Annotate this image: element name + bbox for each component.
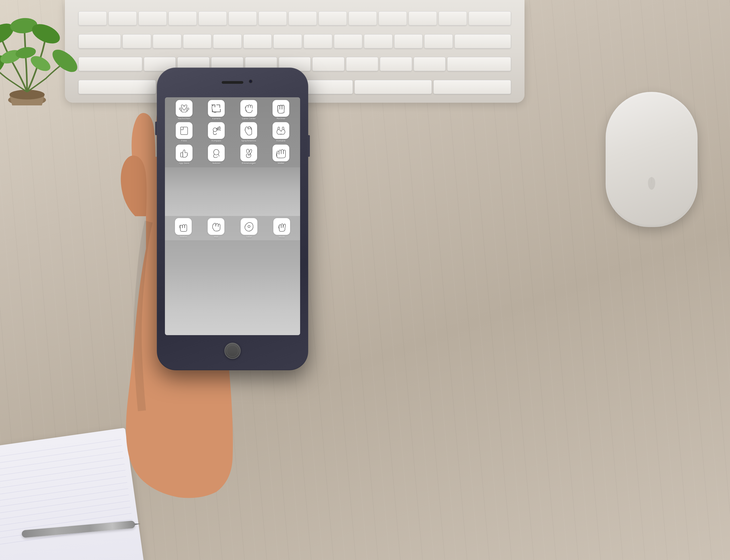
- key: [153, 34, 181, 48]
- plant-decoration: [0, 0, 108, 119]
- key: [183, 34, 212, 48]
- key: [288, 11, 317, 25]
- app-label-erinnerungen: Erinnerungen: [242, 162, 255, 165]
- app-label-fotos: Fotos: [181, 140, 187, 142]
- key: [228, 11, 257, 25]
- screen-spacer: [165, 167, 300, 216]
- key: [168, 11, 197, 25]
- app-sprachmemos[interactable]: Sprachmemos: [233, 122, 264, 142]
- key: [318, 11, 347, 25]
- key: [303, 34, 332, 48]
- key: [213, 34, 242, 48]
- app-nachrichten[interactable]: Nachrichten: [169, 100, 199, 120]
- phone-camera: [249, 79, 252, 83]
- app-label-kontakte: Kontakte: [276, 140, 285, 142]
- key: [198, 11, 227, 25]
- dock-app-telefon[interactable]: Telefon: [168, 218, 199, 238]
- dock-app-musik[interactable]: Musik: [266, 218, 298, 238]
- app-label-notizen: Notizen: [212, 162, 220, 165]
- app-icon-app-store: [176, 145, 192, 161]
- key: [122, 34, 151, 48]
- app-label-wetter: Wetter: [278, 162, 284, 165]
- dock-app-mail[interactable]: Mail: [201, 218, 232, 238]
- power-button: [308, 135, 310, 157]
- app-icon-wetter: [272, 145, 289, 161]
- home-button[interactable]: [224, 343, 241, 359]
- app-label-kompass: Kompass: [212, 140, 221, 142]
- key: [414, 57, 446, 71]
- apple-mouse-logo: [641, 173, 662, 195]
- app-icon-telefon: [175, 218, 192, 235]
- phone-body: Nachrichten: [157, 68, 308, 370]
- phone[interactable]: Nachrichten: [157, 68, 308, 370]
- app-icon-kontakte: [272, 122, 289, 139]
- key: [409, 11, 437, 25]
- key: [138, 11, 167, 25]
- app-icon-notizen: [208, 145, 225, 161]
- key: [394, 34, 423, 48]
- app-label-kamera: Kamera: [212, 118, 220, 120]
- key: [108, 11, 137, 25]
- key: [439, 11, 467, 25]
- apps-grid: Nachrichten: [165, 97, 300, 167]
- app-icon-erinnerungen: [240, 145, 257, 161]
- key: [424, 34, 453, 48]
- app-icon-rechner: [272, 100, 289, 117]
- key: [455, 34, 511, 48]
- app-label-sprachmemos: Sprachmemos: [241, 140, 256, 142]
- key: [243, 34, 272, 48]
- app-label-mail: Mail: [214, 236, 218, 238]
- app-label-musik: Musik: [279, 236, 285, 238]
- app-app-store[interactable]: App Store: [169, 145, 199, 165]
- app-icon-fotos: [176, 122, 192, 139]
- key: [258, 11, 287, 25]
- app-label-rechner: Rechner: [276, 118, 285, 120]
- app-label-game-center: Game Center: [242, 118, 255, 120]
- key: [447, 57, 511, 71]
- key: [348, 11, 377, 25]
- app-label-app-store: App Store: [179, 162, 189, 165]
- app-wetter[interactable]: Wetter: [266, 145, 296, 165]
- app-game-center[interactable]: Game Center: [233, 100, 264, 120]
- app-icon-mail: [208, 218, 224, 235]
- app-fotos[interactable]: Fotos: [169, 122, 199, 142]
- key: [346, 57, 378, 71]
- app-icon-kamera: [208, 100, 225, 117]
- app-kamera[interactable]: Kamera: [201, 100, 232, 120]
- hand-phone-group: Nachrichten: [114, 54, 335, 514]
- svg-point-14: [213, 149, 219, 155]
- app-kontakte[interactable]: Kontakte: [266, 122, 296, 142]
- svg-rect-13: [181, 153, 183, 157]
- app-erinnerungen[interactable]: Erinnerungen: [233, 145, 264, 165]
- app-icon-sprachmemos: [240, 122, 257, 139]
- phone-speaker: [222, 81, 243, 84]
- mouse: [606, 92, 698, 227]
- key: [469, 11, 511, 25]
- key: [380, 57, 412, 71]
- dock-app-safari[interactable]: Safari: [233, 218, 265, 238]
- app-icon-musik: [273, 218, 290, 235]
- key: [354, 80, 432, 94]
- app-icon-nachrichten: [176, 100, 192, 117]
- app-icon-safari: [241, 218, 257, 235]
- app-label-nachrichten: Nachrichten: [178, 118, 190, 120]
- volume-button: [155, 122, 157, 135]
- phone-screen: Nachrichten: [165, 97, 300, 335]
- app-icon-game-center: [240, 100, 257, 117]
- app-kompass[interactable]: Kompass: [201, 122, 232, 142]
- dock: Telefon: [165, 216, 300, 240]
- app-rechner[interactable]: Rechner: [266, 100, 296, 120]
- key: [364, 34, 393, 48]
- key: [379, 11, 407, 25]
- key: [434, 80, 511, 94]
- app-icon-kompass: [208, 122, 225, 139]
- svg-rect-11: [181, 127, 183, 130]
- app-label-safari: Safari: [246, 236, 252, 238]
- key: [273, 34, 302, 48]
- key: [334, 34, 362, 48]
- app-notizen[interactable]: Notizen: [201, 145, 232, 165]
- app-label-telefon: Telefon: [179, 236, 187, 238]
